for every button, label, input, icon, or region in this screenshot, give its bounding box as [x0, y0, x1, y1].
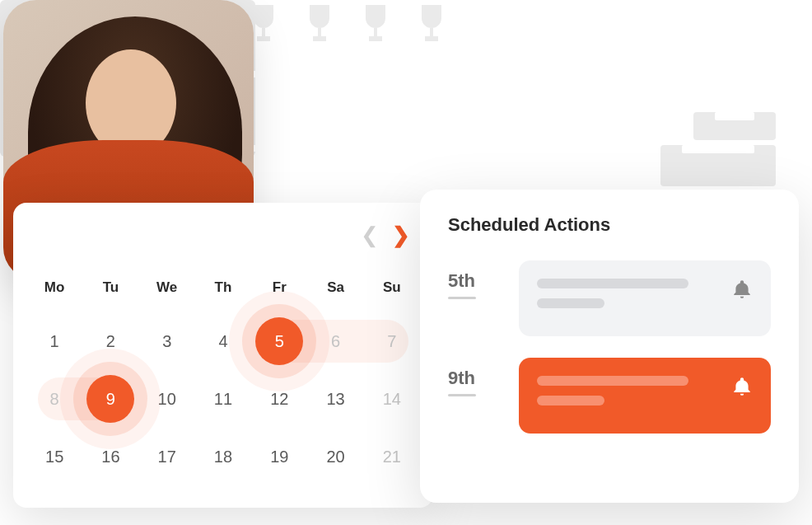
calendar-day-cell[interactable]: 13 — [307, 370, 363, 428]
action-row[interactable]: 5th — [448, 260, 771, 336]
action-date: 9th — [448, 358, 497, 396]
action-date: 5th — [448, 260, 497, 299]
calendar-day-cell[interactable]: 20 — [307, 428, 363, 485]
calendar-day-cell[interactable]: 19 — [251, 428, 307, 485]
calendar-next-button[interactable]: ❯ — [392, 223, 410, 248]
calendar-day-cell[interactable]: 10 — [139, 370, 195, 428]
calendar-grid: MoTuWeThFrSaSu12345678910111213141516171… — [26, 270, 420, 485]
calendar-day-cell[interactable]: 18 — [195, 428, 251, 485]
action-body[interactable] — [519, 358, 771, 434]
calendar-day-header: Mo — [26, 270, 82, 312]
calendar-prev-button[interactable]: ❮ — [361, 223, 379, 248]
calendar-day-cell[interactable]: 1 — [26, 312, 82, 370]
calendar-day-cell[interactable]: 21 — [364, 428, 420, 485]
calendar-card: ❮ ❯ MoTuWeThFrSaSu1234567891011121314151… — [13, 203, 433, 508]
calendar-day-header: Th — [195, 270, 251, 312]
calendar-day-cell[interactable]: 15 — [26, 428, 82, 485]
calendar-day-cell[interactable]: 6 — [307, 312, 363, 370]
scheduled-actions-card: Scheduled Actions 5th9th — [420, 190, 799, 503]
calendar-day-header: Sa — [307, 270, 363, 312]
calendar-day-header: Fr — [251, 270, 307, 312]
bell-icon — [731, 279, 753, 300]
boxes-deco — [660, 107, 776, 191]
action-row[interactable]: 9th — [448, 358, 771, 434]
calendar-day-cell[interactable]: 9 — [82, 370, 138, 428]
action-body[interactable] — [519, 260, 771, 336]
calendar-day-cell[interactable]: 12 — [251, 370, 307, 428]
calendar-day-header: Tu — [82, 270, 138, 312]
calendar-day-cell[interactable]: 2 — [82, 312, 138, 370]
calendar-day-cell[interactable]: 8 — [26, 370, 82, 428]
calendar-day-cell[interactable]: 11 — [195, 370, 251, 428]
calendar-nav: ❮ ❯ — [26, 223, 420, 248]
calendar-day-cell[interactable]: 17 — [139, 428, 195, 485]
calendar-day-cell[interactable]: 16 — [82, 428, 138, 485]
calendar-day-cell[interactable]: 4 — [195, 312, 251, 370]
calendar-day-cell[interactable]: 14 — [364, 370, 420, 428]
calendar-day-header: We — [139, 270, 195, 312]
calendar-day-cell[interactable]: 3 — [139, 312, 195, 370]
calendar-day-cell[interactable]: 5 — [251, 312, 307, 370]
calendar-day-header: Su — [364, 270, 420, 312]
bell-icon — [731, 376, 753, 397]
scheduled-actions-title: Scheduled Actions — [448, 214, 771, 236]
calendar-day-cell[interactable]: 7 — [364, 312, 420, 370]
